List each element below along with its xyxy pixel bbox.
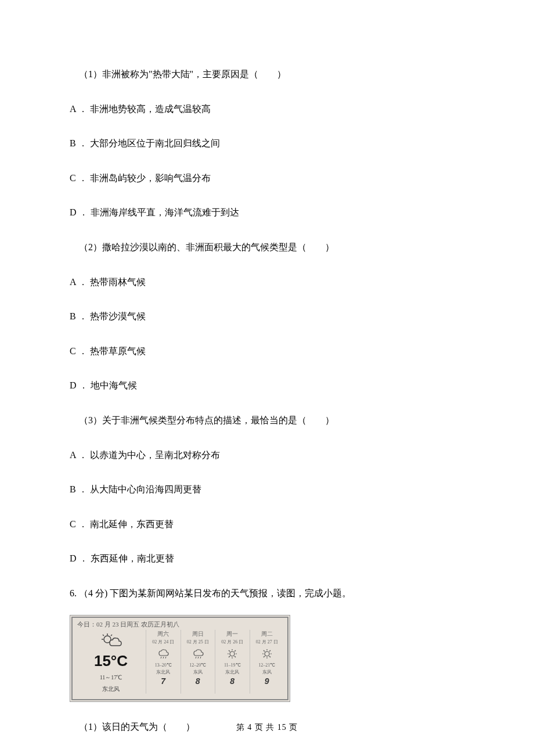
svg-line-26 [269, 656, 270, 657]
day-label: 周二 [251, 630, 283, 638]
svg-line-3 [103, 635, 104, 636]
day-date: 02 月 26 日 [217, 639, 248, 645]
q2-option-b: B ． 热带沙漠气候 [70, 309, 464, 324]
svg-line-5 [161, 657, 161, 658]
q1-option-a: A ． 非洲地势较高，造成气温较高 [70, 102, 464, 117]
today-range: 11～17℃ [76, 674, 146, 682]
sun-icon [251, 647, 283, 660]
day-wind: 东北风 [217, 669, 248, 675]
q2-option-d: D ． 地中海气候 [70, 378, 464, 393]
day-level: 8 [182, 676, 214, 686]
day-temp: 12–20℃ [182, 663, 214, 668]
forecast-day-mon: 周一 02 月 26 日 11–19℃ 东北风 8 [215, 630, 250, 693]
rain-icon [182, 647, 214, 660]
day-date: 02 月 24 日 [147, 639, 179, 645]
q3-option-c: C ． 南北延伸，东西更替 [70, 517, 464, 532]
forecast-day-tue: 周二 02 月 27 日 12–21℃ 东风 9 [250, 630, 284, 693]
sun-icon [217, 647, 248, 660]
svg-point-11 [230, 651, 234, 656]
svg-line-25 [264, 650, 265, 651]
svg-line-16 [229, 650, 230, 651]
q3-option-d: D ． 东西延伸，南北更替 [70, 551, 464, 566]
q2-option-a: A ． 热带雨林气候 [70, 275, 464, 290]
svg-line-6 [163, 657, 164, 658]
svg-line-7 [165, 657, 166, 658]
svg-line-9 [198, 657, 199, 658]
day-temp: 11–19℃ [217, 663, 248, 668]
day-level: 8 [217, 676, 248, 686]
forecast-day-sun: 周日 02 月 25 日 12–20℃ 东风 8 [181, 630, 215, 693]
q3-option-b: B ． 从大陆中心向沿海四周更替 [70, 482, 464, 497]
svg-line-19 [234, 650, 236, 651]
svg-line-4 [111, 635, 112, 636]
day-temp: 12–21℃ [251, 663, 283, 668]
svg-line-17 [234, 656, 236, 657]
day-date: 02 月 25 日 [182, 639, 214, 645]
today-wind: 东北风 [76, 685, 146, 693]
today-temperature: 15°C [76, 652, 146, 670]
day-wind: 东北风 [147, 669, 179, 675]
svg-line-28 [269, 650, 270, 651]
page-footer: 第 4 页 共 15 页 [0, 722, 534, 733]
q6-intro: 6. （4 分) 下图为某新闻网站某日发布的天气预报，读图，完成小题。 [70, 586, 464, 601]
svg-line-18 [229, 656, 230, 657]
day-temp: 13–20℃ [147, 663, 179, 668]
day-wind: 东风 [251, 669, 283, 675]
forecast-date-header: 今日：02 月 23 日周五 农历正月初八 [76, 620, 284, 629]
q2-stem: （2）撒哈拉沙漠以南的、非洲面积最大的气候类型是（ ） [70, 240, 464, 255]
q1-option-b: B ． 大部分地区位于南北回归线之间 [70, 136, 464, 151]
forecast-today-panel: 15°C 11～17℃ 东北风 [76, 630, 146, 693]
day-level: 7 [147, 676, 179, 686]
q2-option-c: C ． 热带草原气候 [70, 344, 464, 359]
day-level: 9 [251, 676, 283, 686]
day-label: 周日 [182, 630, 214, 638]
forecast-days-row: 周六 02 月 24 日 13–20℃ 东北风 7 周日 02 月 25 日 1… [146, 630, 284, 693]
q3-option-a: A ． 以赤道为中心，呈南北对称分布 [70, 448, 464, 463]
weather-forecast-figure: 今日：02 月 23 日周五 农历正月初八 15°C [70, 615, 290, 702]
day-wind: 东风 [182, 669, 214, 675]
svg-line-8 [196, 657, 196, 658]
svg-line-10 [200, 657, 201, 658]
q1-option-d: D ． 非洲海岸线平直，海洋气流难于到达 [70, 205, 464, 220]
partly-cloudy-icon [76, 632, 146, 651]
rain-icon [147, 647, 179, 660]
q3-stem: （3）关于非洲气候类型分布特点的描述，最恰当的是（ ） [70, 413, 464, 428]
svg-point-20 [265, 651, 269, 656]
q1-stem: （1）非洲被称为"热带大陆"，主要原因是（ ） [70, 67, 464, 82]
day-label: 周六 [147, 630, 179, 638]
day-date: 02 月 27 日 [251, 639, 283, 645]
forecast-day-sat: 周六 02 月 24 日 13–20℃ 东北风 7 [146, 630, 181, 693]
day-label: 周一 [217, 630, 248, 638]
q1-option-c: C ． 非洲岛屿较少，影响气温分布 [70, 171, 464, 186]
svg-line-27 [264, 656, 265, 657]
